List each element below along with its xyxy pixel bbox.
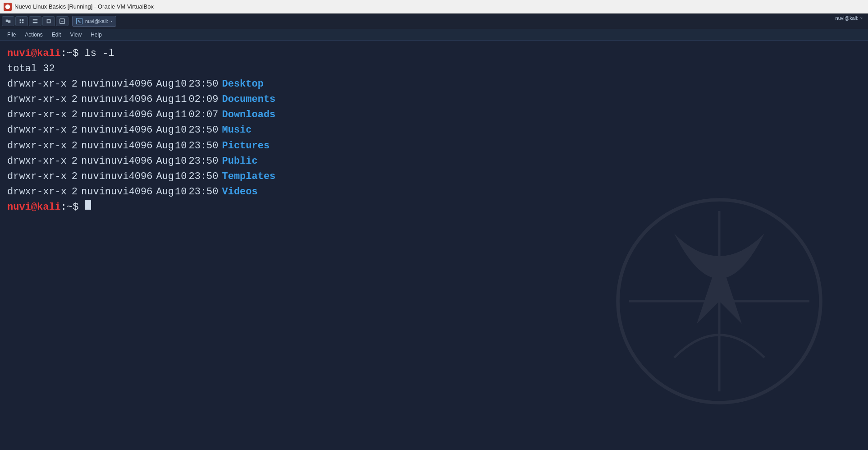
kali-watermark: [607, 188, 832, 414]
prompt-line-2: nuvi@kali :~$: [7, 200, 861, 215]
svg-rect-5: [20, 22, 22, 23]
command-line: nuvi@kali :~$ ls -l: [7, 46, 861, 61]
prompt-user-1: nuvi@kali: [7, 46, 61, 61]
menu-view[interactable]: View: [66, 31, 85, 39]
command-text: ls -l: [78, 46, 114, 61]
svg-point-13: [618, 200, 821, 403]
menu-bar: File Actions Edit View Help: [0, 29, 868, 41]
prompt-user-2: nuvi@kali: [7, 200, 61, 215]
svg-rect-7: [33, 19, 38, 21]
svg-rect-8: [33, 22, 38, 23]
ls-row: drwxr-xr-x2nuvinuvi4096Aug1023:50Videos: [7, 184, 861, 200]
svg-rect-2: [8, 20, 10, 23]
prompt-at-2: :~$: [61, 200, 79, 215]
total-line: total 32: [7, 61, 861, 77]
svg-rect-3: [20, 19, 22, 21]
prompt-at-1: :~$: [61, 46, 79, 61]
taskbar-btn-3[interactable]: [29, 16, 41, 26]
menu-edit[interactable]: Edit: [48, 31, 65, 39]
ls-row: drwxr-xr-x2nuvinuvi4096Aug1023:50Music: [7, 123, 861, 138]
taskbar-btn-1[interactable]: [2, 16, 14, 26]
svg-rect-9: [47, 20, 50, 23]
title-right-label: nuvi@kali: ~: [836, 15, 863, 21]
total-text: total 32: [7, 61, 55, 77]
app-icon: [4, 3, 12, 11]
window-title: Nuevo Linux Basics [Running] - Oracle VM…: [14, 3, 864, 10]
taskbar-terminal-item[interactable]: nuvi@kali: ~: [72, 16, 116, 27]
taskbar-btn-5[interactable]: [56, 16, 69, 26]
ls-row: drwxr-xr-x2nuvinuvi4096Aug1023:50Public: [7, 154, 861, 169]
svg-rect-4: [22, 19, 24, 21]
taskbar-btn-2[interactable]: [15, 16, 28, 26]
menu-file[interactable]: File: [4, 31, 19, 39]
taskbar-btn-4[interactable]: [42, 16, 55, 26]
ls-row: drwxr-xr-x2nuvinuvi4096Aug1102:09Documen…: [7, 92, 861, 107]
svg-point-0: [5, 4, 10, 9]
taskbar-terminal-label: nuvi@kali: ~: [85, 18, 112, 24]
title-bar: Nuevo Linux Basics [Running] - Oracle VM…: [0, 0, 868, 14]
prompt-space-2: [78, 200, 84, 215]
svg-rect-1: [6, 20, 8, 22]
terminal-icon: [76, 18, 82, 24]
ls-row: drwxr-xr-x2nuvinuvi4096Aug1023:50Desktop: [7, 77, 861, 92]
svg-rect-6: [22, 22, 24, 23]
terminal-area[interactable]: nuvi@kali :~$ ls -l total 32 drwxr-xr-x2…: [0, 41, 868, 450]
terminal-cursor: [85, 200, 91, 210]
menu-actions[interactable]: Actions: [21, 31, 46, 39]
menu-help[interactable]: Help: [87, 31, 105, 39]
ls-row: drwxr-xr-x2nuvinuvi4096Aug1023:50Templat…: [7, 169, 861, 184]
ls-row: drwxr-xr-x2nuvinuvi4096Aug1102:07Downloa…: [7, 107, 861, 123]
taskbar: nuvi@kali: ~ nuvi@kali: ~: [0, 14, 868, 29]
ls-row: drwxr-xr-x2nuvinuvi4096Aug1023:50Picture…: [7, 138, 861, 154]
ls-output: drwxr-xr-x2nuvinuvi4096Aug1023:50Desktop…: [7, 77, 861, 200]
